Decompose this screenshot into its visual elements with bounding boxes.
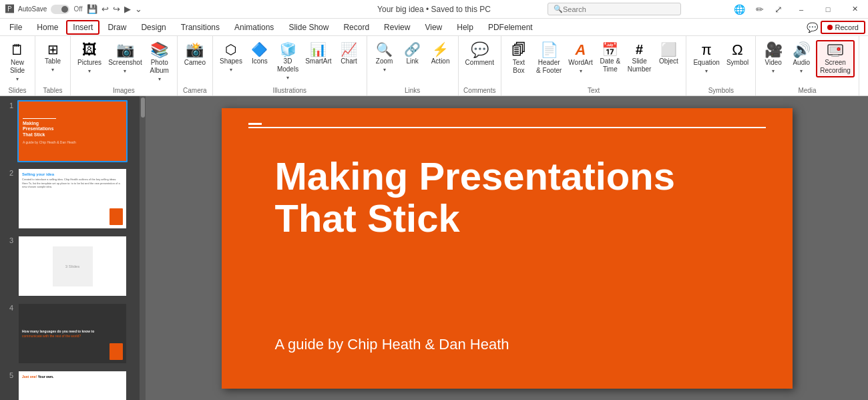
menu-design[interactable]: Design (134, 20, 172, 35)
slide-thumb-2[interactable]: Selling your idea Created to introduce a… (17, 168, 128, 230)
slide-number-button[interactable]: # SlideNumber (625, 40, 654, 75)
screen-recording-button[interactable]: ScreenRecording (816, 40, 855, 77)
symbol-button[interactable]: Ω Symbol (724, 40, 751, 68)
pictures-button[interactable]: 🖼 Pictures ▾ (75, 40, 104, 75)
scroll-thumb[interactable] (141, 97, 145, 118)
zoom-button[interactable]: 🔍 Zoom ▾ (371, 40, 398, 74)
audio-arrow: ▾ (800, 68, 803, 74)
smartart-button[interactable]: 📊 SmartArt (302, 40, 334, 67)
chat-icon[interactable]: 💬 (807, 22, 818, 33)
chart-label: Chart (341, 57, 357, 65)
textbox-icon: 🗐 (511, 43, 526, 57)
ribbon-group-text: 🗐 TextBox 📄 Header& Footer A WordArt ▾ 📅… (501, 36, 686, 95)
video-button[interactable]: 🎥 Video ▾ (760, 40, 787, 75)
wordart-label: WordArt (568, 59, 593, 67)
autosave-toggle[interactable] (51, 5, 69, 14)
app-icon: 🅿 (5, 4, 14, 14)
minimize-button[interactable]: – (788, 0, 815, 19)
object-button[interactable]: ⬜ Object (655, 40, 682, 67)
menu-insert[interactable]: Insert (66, 20, 99, 35)
audio-button[interactable]: 🔊 Audio ▾ (788, 40, 815, 75)
menu-bar-right: 💬 Record (807, 21, 865, 34)
slide-thumb-1[interactable]: MakingPresentationsThat Stick A guide by… (17, 100, 128, 162)
3d-models-button[interactable]: 🧊 3DModels ▾ (274, 40, 301, 82)
slide4-image (110, 343, 123, 360)
slide-item-5[interactable]: 5 Just one! Your own. (3, 369, 137, 400)
slide-item-2[interactable]: 2 Selling your idea Created to introduce… (3, 166, 137, 231)
slide5-text: Just one! Your own. (22, 375, 123, 379)
cameo-label: Cameo (184, 59, 206, 67)
ribbon-group-tables: ⊞ Table ▾ Tables (35, 36, 71, 95)
screenshot-icon: 📷 (116, 43, 134, 57)
table-button[interactable]: ⊞ Table ▾ (39, 40, 66, 74)
autosave-label: AutoSave (18, 5, 47, 13)
action-button[interactable]: ⚡ Action (427, 40, 454, 67)
restore-expand-icon[interactable]: ⤢ (769, 4, 788, 15)
slide-item-4[interactable]: 4 How many languages do you need to know… (3, 301, 137, 366)
screenshot-button[interactable]: 📷 Screenshot ▾ (105, 40, 145, 75)
search-input[interactable] (563, 5, 670, 13)
slide-item-1[interactable]: 1 MakingPresentationsThat Stick A guide … (3, 99, 137, 164)
new-slide-button[interactable]: 🗒 NewSlide ▾ (4, 40, 31, 83)
title-bar-left: 🅿 AutoSave Off 💾 ↩ ↪ ▶ ⌄ (5, 4, 142, 14)
slide3-label: 3 Slides (65, 264, 79, 268)
shapes-button[interactable]: ⬡ Shapes ▾ (217, 40, 245, 74)
link-button[interactable]: 🔗 Link (399, 40, 426, 67)
slide-thumb-4[interactable]: How many languages do you need to know t… (17, 303, 128, 365)
present-icon[interactable]: ▶ (124, 4, 131, 14)
comments-icon[interactable]: ✏ (750, 4, 769, 15)
icons-button[interactable]: 🔷 Icons (246, 40, 273, 67)
share-icon[interactable]: 🌐 (728, 4, 750, 15)
comment-button[interactable]: 💬 Comment (463, 40, 497, 68)
slide-number-2: 2 (4, 169, 13, 177)
photo-album-arrow: ▾ (158, 76, 161, 82)
menu-review[interactable]: Review (377, 20, 417, 35)
svg-rect-3 (831, 56, 839, 57)
search-box[interactable]: 🔍 (548, 3, 681, 15)
undo-icon[interactable]: ↩ (101, 4, 109, 14)
equation-icon: π (702, 43, 712, 57)
menu-home[interactable]: Home (30, 20, 65, 35)
equation-button[interactable]: π Equation ▾ (690, 40, 722, 75)
slide-canvas[interactable]: Making Presentations That Stick A guide … (222, 108, 793, 389)
restore-button[interactable]: □ (815, 0, 841, 19)
menu-help[interactable]: Help (450, 20, 480, 35)
slide-item-3[interactable]: 3 3 Slides (3, 234, 137, 298)
save-icon[interactable]: 💾 (87, 4, 97, 14)
close-button[interactable]: ✕ (841, 0, 868, 19)
video-arrow: ▾ (772, 68, 775, 74)
redo-icon[interactable]: ↪ (113, 4, 120, 14)
menu-animations[interactable]: Animations (228, 20, 280, 35)
cameo-button[interactable]: 📸 Cameo (182, 40, 208, 68)
slide-number-3: 3 (4, 236, 13, 244)
menu-file[interactable]: File (3, 20, 29, 35)
menu-record[interactable]: Record (337, 20, 376, 35)
slide-panel-scrollbar[interactable] (140, 96, 146, 400)
title-bar: 🅿 AutoSave Off 💾 ↩ ↪ ▶ ⌄ Your big idea •… (0, 0, 868, 19)
menu-slideshow[interactable]: Slide Show (282, 20, 335, 35)
menu-draw[interactable]: Draw (101, 20, 133, 35)
object-icon: ⬜ (660, 43, 677, 56)
date-time-label: Date &Time (600, 57, 621, 73)
slide-thumb-5[interactable]: Just one! Your own. (17, 370, 128, 400)
comment-label: Comment (465, 59, 494, 67)
menu-view[interactable]: View (418, 20, 449, 35)
slide-thumb-inner-2: Selling your idea Created to introduce a… (19, 169, 126, 228)
ribbon: 🗒 NewSlide ▾ Slides ⊞ Table ▾ Tables 🖼 P… (0, 36, 868, 96)
wordart-button[interactable]: A WordArt ▾ (566, 40, 596, 75)
date-time-button[interactable]: 📅 Date &Time (597, 40, 624, 75)
menu-pdfelement[interactable]: PDFelement (481, 20, 539, 35)
textbox-button[interactable]: 🗐 TextBox (505, 40, 532, 76)
slide1-subtitle: A guide by Chip Heath & Dan Heath (23, 140, 122, 144)
slide-top-line (248, 127, 766, 128)
record-button[interactable]: Record (821, 21, 865, 34)
chart-button[interactable]: 📈 Chart (336, 40, 363, 67)
slide-panel[interactable]: 1 MakingPresentationsThat Stick A guide … (0, 96, 140, 400)
header-footer-button[interactable]: 📄 Header& Footer (533, 40, 564, 76)
slide5-orange: Just one! (22, 375, 37, 379)
slide-thumb-3[interactable]: 3 Slides (17, 235, 128, 297)
more-icon[interactable]: ⌄ (135, 4, 142, 14)
menu-transitions[interactable]: Transitions (174, 20, 226, 35)
photo-album-button[interactable]: 📚 PhotoAlbum ▾ (146, 40, 173, 83)
screen-recording-label: ScreenRecording (820, 59, 851, 75)
